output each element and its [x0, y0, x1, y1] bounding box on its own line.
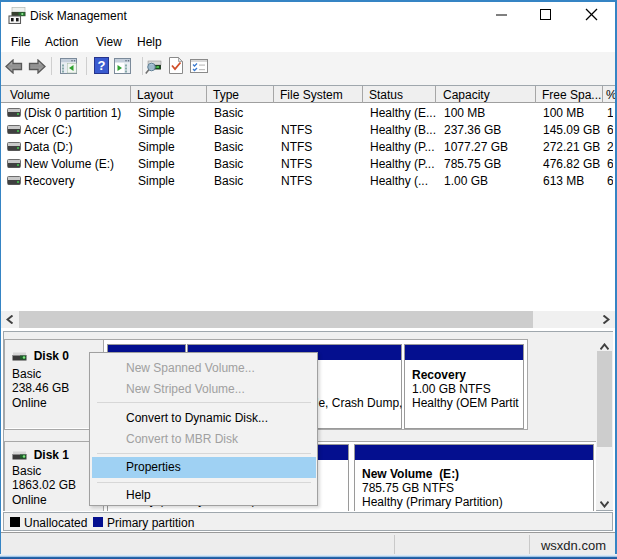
svg-text:?: ? — [98, 58, 106, 73]
